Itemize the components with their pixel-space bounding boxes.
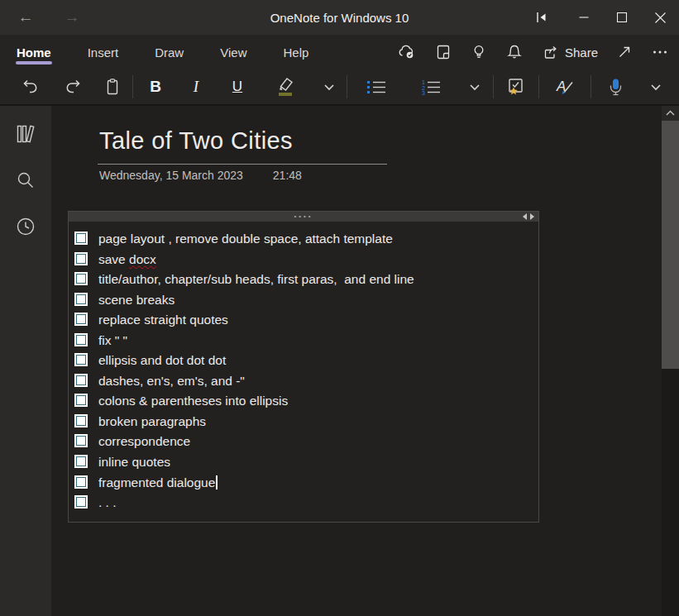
todo-item: broken paragraphs — [74, 413, 532, 433]
recent-notes-button[interactable] — [7, 208, 44, 245]
dictate-dropdown[interactable] — [638, 72, 674, 102]
todo-item: title/author, chapter/sub heads, first p… — [74, 270, 532, 291]
todo-checkbox[interactable] — [76, 416, 86, 426]
toolbar-separator — [493, 75, 494, 98]
search-button[interactable] — [7, 162, 44, 198]
nav-right-triangle-icon[interactable] — [530, 213, 534, 220]
note-container-header[interactable]: •••• — [69, 212, 538, 222]
todo-item-text[interactable]: inline quotes — [98, 453, 170, 471]
todo-checkbox[interactable] — [76, 233, 86, 243]
tell-me-button[interactable] — [470, 43, 488, 61]
tab-view[interactable]: View — [220, 38, 246, 67]
ribbon-tabs: Home Insert Draw View Help — [17, 38, 308, 67]
fullscreen-arrow-icon — [615, 43, 634, 61]
todo-checkbox[interactable] — [76, 436, 86, 446]
todo-item: . . . — [74, 494, 532, 514]
todo-item: correspondence — [74, 432, 532, 453]
italic-button[interactable]: I — [176, 72, 216, 102]
todo-checkbox[interactable] — [76, 355, 86, 365]
recent-notes-clock-icon — [14, 215, 37, 238]
todo-item: page layout , remove double space, attac… — [74, 230, 532, 251]
todo-item-text[interactable]: title/author, chapter/sub heads, first p… — [98, 270, 414, 289]
todo-item-text[interactable]: page layout , remove double space, attac… — [98, 230, 393, 248]
maximize-button[interactable] — [603, 0, 641, 35]
text-cursor — [216, 475, 218, 489]
window-controls — [525, 0, 679, 35]
forward-button[interactable]: → — [58, 3, 86, 31]
more-options-button[interactable] — [651, 43, 669, 61]
notebooks-button[interactable] — [7, 116, 44, 152]
titlebar: ← → OneNote for Windows 10 — [0, 0, 679, 35]
underline-button[interactable]: U — [216, 72, 259, 102]
scroll-up-button[interactable] — [662, 106, 679, 121]
todo-item-text[interactable]: ellipsis and dot dot dot — [98, 351, 226, 370]
note-container[interactable]: •••• page layout , remove double space, … — [68, 211, 539, 523]
todo-item: ellipsis and dot dot dot — [74, 351, 532, 372]
todo-checkbox[interactable] — [76, 254, 86, 264]
notifications-button[interactable] — [505, 43, 524, 61]
todo-item-text[interactable]: broken paragraphs — [98, 413, 206, 431]
todo-checkbox[interactable] — [76, 335, 86, 345]
todo-tag-button[interactable] — [495, 72, 537, 102]
todo-item-text[interactable]: fix " " — [98, 332, 127, 350]
back-button[interactable]: ← — [12, 3, 40, 31]
font-options-dropdown[interactable] — [313, 72, 345, 102]
todo-item-text[interactable]: dashes, en's, em's, and -" — [98, 372, 245, 390]
list-options-dropdown[interactable] — [458, 72, 491, 102]
vertical-scrollbar[interactable] — [662, 106, 679, 616]
todo-tag-icon — [505, 77, 527, 98]
cloud-sync-check-icon — [397, 43, 417, 61]
todo-item-text[interactable]: . . . — [98, 494, 117, 512]
tab-home[interactable]: Home — [17, 38, 51, 67]
fullscreen-button[interactable] — [615, 43, 634, 61]
tab-help-label: Help — [283, 45, 308, 60]
todo-item-text[interactable]: correspondence — [98, 432, 190, 451]
bullet-list-button[interactable] — [349, 72, 404, 102]
todo-checkbox[interactable] — [76, 314, 86, 324]
onenote-window: ← → OneNote for Windows 10 Home Insert D… — [0, 0, 679, 616]
numbered-list-button[interactable]: 123 — [404, 72, 458, 102]
drag-handle-icon[interactable]: •••• — [294, 213, 313, 220]
todo-item-text[interactable]: scene breaks — [98, 291, 175, 309]
page-title[interactable]: Tale of Two Cities — [99, 127, 293, 155]
redo-button[interactable] — [51, 72, 94, 102]
todo-checkbox[interactable] — [76, 375, 86, 385]
chevron-down-icon — [323, 84, 335, 91]
todo-checkbox[interactable] — [76, 456, 86, 466]
undo-button[interactable] — [10, 72, 51, 102]
todo-checkbox[interactable] — [76, 477, 86, 487]
paste-button[interactable] — [94, 72, 131, 102]
todo-item-text[interactable]: replace straight quotes — [98, 311, 228, 329]
todo-checkbox[interactable] — [76, 274, 86, 284]
todo-text-segment: . . . — [98, 495, 117, 509]
editor-pen-button[interactable]: A — [541, 72, 589, 102]
highlighter-button[interactable] — [259, 72, 313, 102]
sync-status-button[interactable] — [397, 43, 417, 61]
todo-item: colons & parentheses into ellipsis — [74, 392, 532, 413]
tab-help[interactable]: Help — [283, 38, 308, 67]
todo-item-text[interactable]: save docx — [98, 251, 156, 269]
todo-item-text[interactable]: colons & parentheses into ellipsis — [98, 392, 288, 410]
todo-text-segment: broken paragraphs — [98, 414, 206, 428]
todo-item-text[interactable]: fragmented dialogue — [98, 474, 218, 492]
close-button[interactable] — [641, 0, 679, 35]
todo-checkbox[interactable] — [76, 497, 86, 507]
bold-button[interactable]: B — [135, 72, 176, 102]
collapse-navigation-button[interactable] — [525, 0, 558, 35]
tab-insert[interactable]: Insert — [88, 38, 119, 67]
minimize-button[interactable] — [565, 0, 603, 35]
tab-draw[interactable]: Draw — [155, 38, 184, 67]
todo-checkbox[interactable] — [76, 294, 86, 304]
share-button[interactable]: Share — [541, 43, 598, 61]
nav-left-triangle-icon[interactable] — [523, 213, 527, 220]
dictate-button[interactable] — [593, 72, 638, 102]
todo-text-segment: scene breaks — [98, 293, 175, 307]
page-panel-button[interactable] — [434, 43, 452, 61]
page-canvas[interactable]: Tale of Two Cities Wednesday, 15 March 2… — [51, 106, 679, 616]
tab-draw-label: Draw — [155, 45, 184, 60]
toolbar-separator — [347, 75, 347, 98]
vertical-scroll-thumb[interactable] — [662, 121, 679, 369]
italic-icon: I — [194, 78, 198, 96]
todo-text-segment: dashes, en's, em's, and -" — [98, 374, 245, 388]
todo-checkbox[interactable] — [76, 395, 86, 405]
